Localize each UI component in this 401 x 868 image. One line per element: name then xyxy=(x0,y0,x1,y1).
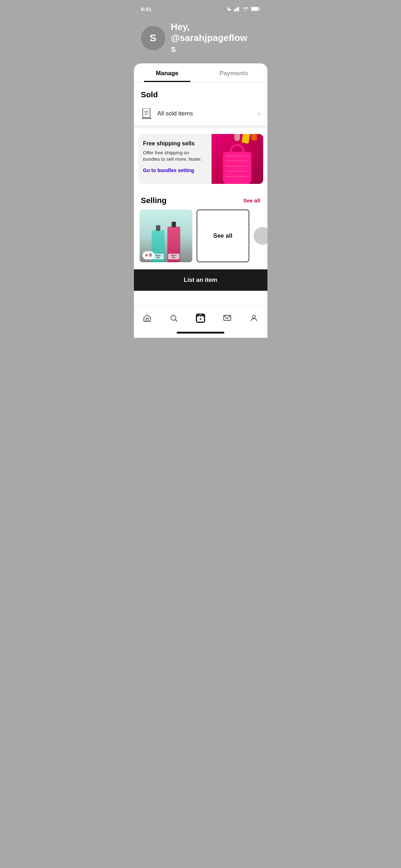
heart-icon: ♥ xyxy=(145,253,148,258)
svg-rect-3 xyxy=(238,7,239,11)
bag-item-orange xyxy=(251,134,257,141)
svg-rect-6 xyxy=(259,8,260,9)
profile-icon xyxy=(249,314,259,323)
selling-see-all-card[interactable]: See all xyxy=(197,210,249,262)
moon-icon xyxy=(227,6,232,11)
promo-image-inner xyxy=(212,134,263,184)
promo-banner: Free shipping sells Offer free shipping … xyxy=(138,134,263,184)
nav-messages[interactable] xyxy=(217,310,238,326)
selling-item-1[interactable]: INSTADRI INSTADRI ♥ 0 xyxy=(140,210,192,262)
status-icons xyxy=(227,6,260,11)
selling-item-1-image: INSTADRI INSTADRI ♥ 0 xyxy=(140,210,192,262)
selling-header: Selling See all xyxy=(134,190,267,210)
svg-rect-14 xyxy=(199,318,202,320)
bag-handle xyxy=(230,144,244,153)
tab-payments[interactable]: Payments xyxy=(200,63,267,82)
nav-search[interactable] xyxy=(163,310,184,326)
svg-rect-2 xyxy=(236,7,238,11)
selling-placeholder xyxy=(254,227,267,245)
receipt-icon xyxy=(141,108,152,119)
heart-badge-1: ♥ 0 xyxy=(142,251,155,259)
chevron-right-icon: › xyxy=(258,110,260,117)
polish-cap-pink xyxy=(172,222,176,227)
status-bar: 9:41 xyxy=(134,0,267,16)
signal-icon xyxy=(234,6,240,11)
promo-link[interactable]: Go to bundles setting xyxy=(143,167,194,173)
bottom-nav xyxy=(134,306,267,329)
svg-point-16 xyxy=(252,315,255,318)
tab-manage[interactable]: Manage xyxy=(134,63,201,82)
main-card: Manage Payments Sold All sold items › xyxy=(134,63,267,306)
nav-profile[interactable] xyxy=(243,310,265,326)
selling-section-title: Selling xyxy=(141,196,167,205)
selling-grid: INSTADRI INSTADRI ♥ 0 xyxy=(134,210,267,269)
section-divider xyxy=(134,125,267,128)
shop-icon xyxy=(196,314,205,323)
selling-see-all-link[interactable]: See all xyxy=(243,197,260,203)
promo-description: Offer free shipping on bundles to sell m… xyxy=(143,150,207,163)
svg-line-12 xyxy=(176,320,178,322)
sold-section-title: Sold xyxy=(134,82,267,102)
avatar: S xyxy=(141,26,165,50)
svg-rect-0 xyxy=(234,9,235,11)
heart-count-1: 0 xyxy=(149,253,152,258)
home-icon xyxy=(142,314,152,323)
polish-cap-teal xyxy=(156,225,160,231)
svg-rect-5 xyxy=(251,7,258,10)
list-item-button[interactable]: List an item xyxy=(134,269,267,291)
header: S Hey, @sarahjpageflows xyxy=(134,16,267,63)
svg-rect-1 xyxy=(235,9,236,11)
promo-text: Free shipping sells Offer free shipping … xyxy=(138,134,212,184)
tab-bar: Manage Payments xyxy=(134,63,267,82)
wifi-icon xyxy=(243,6,249,11)
bag-item-yellow xyxy=(241,134,251,144)
promo-title: Free shipping sells xyxy=(143,140,207,147)
search-icon xyxy=(169,314,178,323)
status-time: 9:41 xyxy=(141,6,152,12)
promo-image xyxy=(212,134,263,184)
all-sold-items-label: All sold items xyxy=(157,110,193,117)
nav-home[interactable] xyxy=(136,310,158,326)
messages-icon xyxy=(223,314,232,323)
home-indicator xyxy=(134,329,267,338)
sold-row-left: All sold items xyxy=(141,108,193,119)
greeting: Hey, @sarahjpageflows xyxy=(171,21,260,55)
polish-bottle-pink: INSTADRI xyxy=(167,227,180,262)
nav-shop[interactable] xyxy=(190,310,211,326)
battery-icon xyxy=(251,6,260,11)
greeting-text: Hey, @sarahjpageflows xyxy=(171,21,260,55)
svg-point-11 xyxy=(171,315,176,320)
home-bar xyxy=(177,332,224,334)
bag-shape xyxy=(223,152,251,184)
all-sold-items-row[interactable]: All sold items › xyxy=(134,102,267,125)
